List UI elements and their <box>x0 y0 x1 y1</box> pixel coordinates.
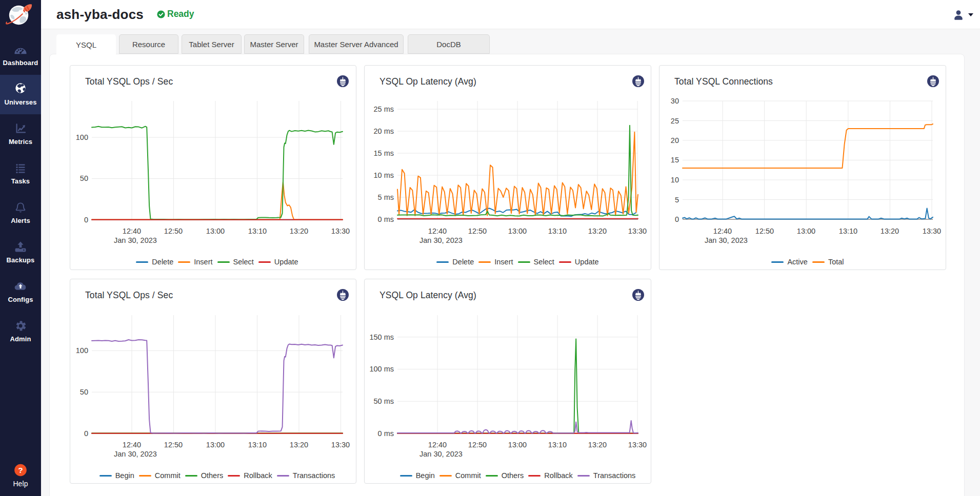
svg-text:?: ? <box>18 466 23 474</box>
